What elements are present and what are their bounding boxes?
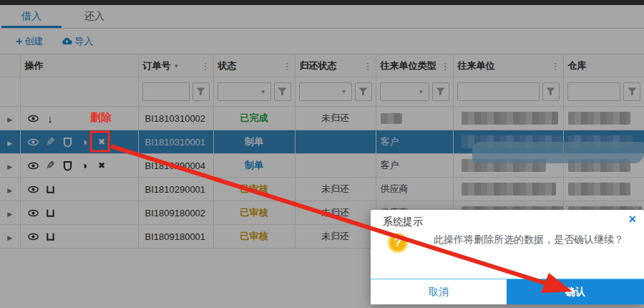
- confirm-dialog: 系统提示 × ? 此操作将删除所选的数据，是否确认继续？ 取消 确认: [371, 210, 644, 304]
- app-window: 借入 还入 + 创建 导入 操作 订单号▼⋮ 状态⋮ 归还状态⋮: [0, 0, 644, 308]
- cancel-button[interactable]: 取消: [371, 279, 507, 304]
- confirm-button[interactable]: 确认: [507, 279, 644, 304]
- dialog-close-icon[interactable]: ×: [628, 213, 636, 226]
- dialog-title: 系统提示: [383, 216, 423, 228]
- dialog-message: 此操作将删除所选的数据，是否确认继续？: [434, 233, 637, 246]
- dialog-footer: 取消 确认: [371, 279, 644, 304]
- question-icon: ?: [388, 233, 408, 253]
